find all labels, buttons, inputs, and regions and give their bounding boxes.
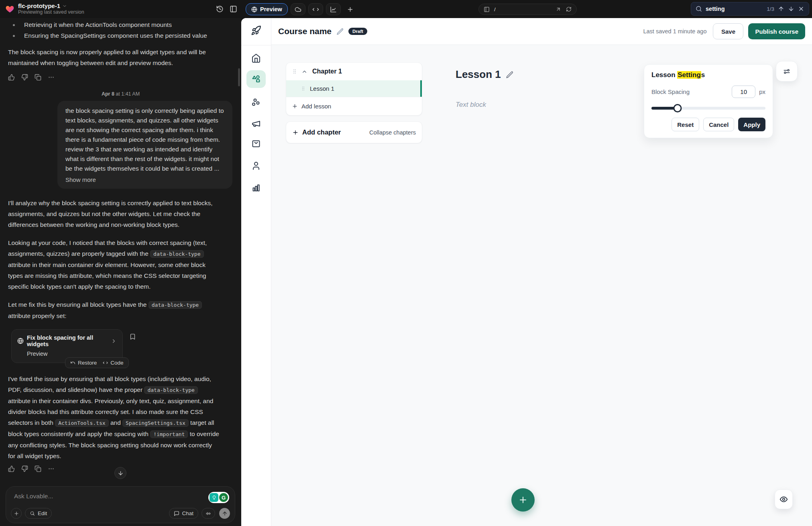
panel-toggle-icon[interactable] [230, 5, 237, 13]
copy-icon[interactable] [35, 74, 41, 81]
search-prev-icon[interactable] [778, 6, 784, 12]
user-message-text: the block spacing setting is only correc… [65, 106, 224, 173]
action-card-preview-link[interactable]: Preview [17, 351, 117, 357]
drag-handle-icon[interactable] [292, 69, 297, 74]
plus-icon [292, 103, 298, 109]
course-canvas: Chapter 1 Lesson 1 Add lesson Add chapte… [271, 45, 812, 526]
user-message-bubble: the block spacing setting is only correc… [57, 101, 232, 189]
preview-button[interactable]: Preview [246, 3, 288, 15]
add-tab-button[interactable] [347, 6, 354, 13]
sidebar-item-community[interactable] [241, 98, 271, 107]
analytics-button[interactable] [326, 3, 341, 15]
grammarly-logo-icon[interactable]: G [219, 493, 228, 502]
code-view-button[interactable] [308, 3, 323, 15]
draft-status-badge: Draft [348, 28, 367, 35]
home-icon [251, 53, 261, 63]
voice-input-button[interactable] [201, 508, 215, 519]
reset-button[interactable]: Reset [672, 118, 699, 131]
copy-icon[interactable] [35, 465, 41, 472]
block-spacing-slider-thumb[interactable] [674, 104, 682, 112]
edit-mode-button[interactable]: Edit [25, 508, 52, 519]
sliders-icon [783, 67, 791, 75]
show-more-link[interactable]: Show more [65, 176, 224, 183]
edit-lesson-title-icon[interactable] [506, 71, 513, 78]
add-lesson-button[interactable]: Add lesson [286, 97, 422, 115]
lovable-logo-icon [5, 4, 14, 14]
drag-handle-icon[interactable] [301, 86, 306, 91]
lesson-list-item-selected[interactable]: Lesson 1 [286, 80, 422, 97]
sidebar-item-home[interactable] [241, 53, 271, 63]
chat-scrollbar[interactable] [238, 68, 240, 86]
collapse-chapter-icon[interactable] [301, 69, 307, 75]
chat-input-box[interactable]: G Edit Chat [6, 486, 235, 523]
send-button[interactable] [219, 508, 230, 519]
last-saved-text: Last saved 1 minute ago [643, 28, 706, 35]
publish-course-button[interactable]: Publish course [748, 23, 805, 39]
add-block-fab[interactable] [511, 488, 535, 512]
thumbs-up-icon[interactable] [8, 74, 15, 81]
cancel-button[interactable]: Cancel [703, 118, 734, 131]
assistant-paragraph: I'll analyze why the block spacing setti… [8, 198, 221, 230]
restore-button[interactable]: Restore [70, 360, 97, 366]
arrow-up-icon [222, 511, 228, 516]
thumbs-down-icon[interactable] [21, 465, 28, 472]
project-menu[interactable]: flc-prototype-1 Previewing last saved ve… [5, 2, 84, 15]
code-icon [312, 6, 319, 13]
cloud-button[interactable] [291, 3, 305, 15]
collapse-chapters-link[interactable]: Collapse chapters [369, 129, 416, 136]
globe-icon [17, 338, 24, 344]
attach-button[interactable] [11, 508, 22, 519]
bookmark-icon[interactable] [129, 333, 136, 340]
search-close-icon[interactable] [798, 6, 804, 12]
code-button[interactable]: Code [103, 360, 123, 366]
apply-button[interactable]: Apply [738, 118, 765, 131]
plus-icon [292, 129, 299, 136]
ask-lovable-input[interactable] [14, 493, 167, 500]
search-next-icon[interactable] [788, 6, 794, 12]
block-spacing-input[interactable] [732, 86, 755, 98]
refresh-icon[interactable] [566, 6, 572, 12]
sidebar-item-courses[interactable] [241, 74, 271, 84]
cloud-icon [295, 6, 301, 13]
search-input[interactable] [706, 6, 749, 12]
project-name: flc-prototype-1 [18, 2, 60, 9]
chat-mode-button[interactable]: Chat [169, 508, 198, 519]
chat-message-list: Retrieving it when the ActionTools compo… [0, 18, 241, 472]
open-external-icon[interactable] [556, 6, 561, 12]
project-status: Previewing last saved version [18, 9, 84, 15]
scroll-to-bottom-button[interactable] [114, 467, 126, 479]
sidebar-item-analytics[interactable] [241, 183, 271, 193]
block-spacing-slider[interactable] [651, 104, 765, 112]
save-button[interactable]: Save [713, 23, 743, 39]
search-icon [696, 6, 702, 12]
thumbs-down-icon[interactable] [21, 74, 28, 81]
grammarly-suggestion-icon[interactable] [210, 493, 218, 502]
grammarly-widget[interactable]: G [208, 492, 229, 503]
more-options-icon[interactable] [48, 465, 55, 472]
sidebar-item-announcements[interactable] [241, 119, 271, 128]
lesson-title-row: Lesson 1 [456, 68, 513, 81]
chapter-header-row[interactable]: Chapter 1 [286, 63, 422, 80]
pages-panel-icon[interactable] [484, 6, 490, 12]
preview-toolbar: Preview [246, 3, 354, 15]
url-bar[interactable]: / [478, 4, 577, 15]
sidebar-item-inbox[interactable] [241, 139, 271, 149]
lesson-settings-panel: Lesson Settings Block Spacing px Reset C… [644, 64, 773, 138]
undo-icon [70, 360, 75, 365]
thumbs-up-icon[interactable] [8, 465, 15, 472]
edit-course-name-icon[interactable] [336, 28, 344, 35]
chevron-down-icon[interactable] [62, 4, 67, 8]
rocket-logo-icon[interactable] [241, 25, 271, 36]
sidebar-item-profile[interactable] [241, 161, 271, 171]
megaphone-icon [251, 119, 261, 128]
settings-toggle-button[interactable] [776, 61, 798, 82]
text-block-placeholder[interactable]: Text block [456, 101, 486, 109]
add-chapter-button[interactable]: Add chapter [292, 128, 341, 136]
url-path[interactable]: / [494, 6, 551, 12]
app-nav-sidebar [241, 18, 271, 526]
more-options-icon[interactable] [48, 74, 55, 81]
history-icon[interactable] [216, 5, 224, 13]
chat-panel: Retrieving it when the ActionTools compo… [0, 18, 241, 526]
block-spacing-unit: px [759, 88, 765, 95]
preview-lesson-button[interactable] [775, 489, 793, 509]
